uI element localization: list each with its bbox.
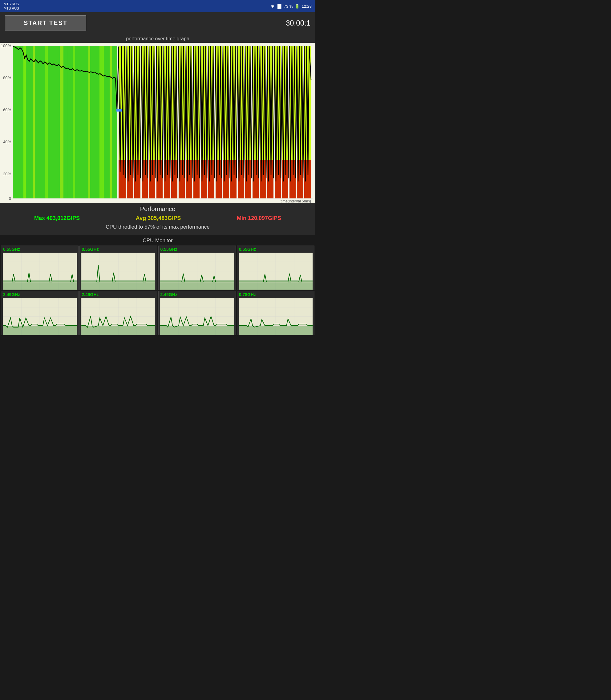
cpu-core-1: 0.55GHz	[79, 246, 157, 290]
cpu-monitor-section: CPU Monitor 0.55GHz 0.55GHz	[0, 235, 315, 338]
top-controls: START TEST 30:00:1	[0, 12, 315, 33]
throttle-text: CPU throttled to 57% of its max performa…	[0, 223, 315, 233]
cpu-freq-4: 2.49GHz	[1, 291, 78, 298]
battery-icon: 🔋	[295, 4, 300, 9]
avg-stat: Avg 305,483GIPS	[136, 215, 181, 221]
cpu-grid: 0.55GHz 0.55GHz	[0, 246, 315, 335]
svg-rect-112	[239, 280, 313, 290]
svg-marker-28	[119, 160, 126, 199]
svg-rect-79	[116, 109, 122, 112]
carrier-info: MTS RUS MTS RUS	[4, 2, 19, 11]
signal-icons: ▐▊	[276, 4, 282, 9]
performance-label: Performance	[0, 205, 315, 213]
timer-display: 30:00:1	[286, 19, 310, 27]
cpu-core-0: 0.55GHz	[1, 246, 78, 290]
svg-rect-88	[3, 280, 77, 290]
cpu-freq-5: 2.49GHz	[80, 291, 157, 298]
cpu-freq-7: 0.78GHz	[237, 291, 314, 298]
svg-rect-120	[3, 326, 77, 335]
min-stat: Min 120,097GIPS	[237, 215, 281, 221]
max-stat: Max 403,012GIPS	[34, 215, 80, 221]
battery-pct: 73 %	[284, 4, 293, 9]
svg-text:80%: 80%	[3, 75, 11, 80]
svg-text:40%: 40%	[3, 140, 11, 144]
cpu-monitor-title: CPU Monitor	[0, 237, 315, 244]
cpu-freq-0: 0.55GHz	[1, 246, 78, 253]
cpu-core-6: 2.49GHz	[158, 291, 236, 335]
cpu-core-3: 0.55GHz	[237, 246, 314, 290]
svg-text:60%: 60%	[3, 107, 11, 112]
svg-text:time(interval 5min): time(interval 5min)	[281, 199, 311, 203]
svg-rect-136	[160, 326, 234, 335]
svg-rect-144	[239, 326, 313, 335]
perf-stats: Max 403,012GIPS Avg 305,483GIPS Min 120,…	[0, 214, 315, 223]
cpu-core-7: 0.78GHz	[237, 291, 314, 335]
cpu-core-5: 2.49GHz	[79, 291, 157, 335]
graph-title: performance over time graph	[0, 35, 315, 43]
cpu-freq-3: 0.55GHz	[237, 246, 314, 253]
bluetooth-icon: ✱	[271, 4, 274, 9]
graph-section: performance over time graph 100% 80% 60%…	[0, 33, 315, 203]
cpu-freq-2: 0.55GHz	[159, 246, 236, 253]
svg-rect-104	[160, 280, 234, 290]
cpu-core-2: 0.55GHz	[158, 246, 236, 290]
svg-rect-128	[81, 326, 155, 335]
cpu-core-4: 2.49GHz	[1, 291, 78, 335]
svg-text:20%: 20%	[3, 172, 11, 176]
start-test-button[interactable]: START TEST	[5, 15, 86, 30]
status-right: ✱ ▐▊ 73 % 🔋 12:28	[271, 4, 312, 9]
perf-section: Performance Max 403,012GIPS Avg 305,483G…	[0, 203, 315, 235]
status-bar: MTS RUS MTS RUS ✱ ▐▊ 73 % 🔋 12:28	[0, 0, 315, 12]
time-display: 12:28	[301, 4, 312, 9]
svg-text:0: 0	[9, 196, 11, 201]
svg-rect-96	[81, 280, 155, 290]
svg-text:100%: 100%	[1, 43, 11, 48]
cpu-freq-1: 0.55GHz	[80, 246, 157, 253]
cpu-freq-6: 2.49GHz	[159, 291, 236, 298]
performance-graph: 100% 80% 60% 40% 20% 0	[0, 43, 315, 203]
